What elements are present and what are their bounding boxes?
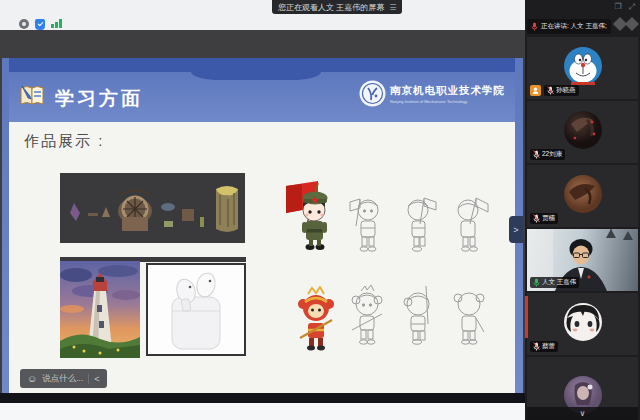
lighthouse-painting-image xyxy=(60,261,140,358)
monkey-sketch-side-image xyxy=(396,284,442,352)
tooltip-text: 您正在观看人文 王嘉伟的屏幕 xyxy=(278,2,384,13)
sidebar-collapse-button[interactable]: > xyxy=(509,216,523,243)
airpods-render-image xyxy=(146,263,246,356)
speaking-mic-icon xyxy=(531,22,538,31)
chat-pill-divider xyxy=(88,374,89,384)
anime-face-avatar xyxy=(563,302,603,346)
soldier-character-color-image xyxy=(284,180,340,258)
presentation-stage: 学习方面 南京机电职业技术学院 Nanjing Institute of Mec… xyxy=(0,30,525,403)
app-topbar xyxy=(0,0,525,31)
soldier-sketch-back-image xyxy=(446,194,492,260)
shared-screen-area: 您正在观看人文 王嘉伟的屏幕 ☰ xyxy=(0,0,525,420)
chat-collapse-icon[interactable]: < xyxy=(94,374,99,384)
shared-screen-letterbox xyxy=(0,393,525,403)
soldier-sketch-side-image xyxy=(396,194,442,260)
mic-muted-icon xyxy=(533,150,540,159)
network-signal-icon[interactable] xyxy=(51,19,62,28)
chat-placeholder[interactable]: 说点什么... xyxy=(42,373,83,385)
slide-title: 学习方面 xyxy=(55,86,143,112)
speaking-banner: 正在讲话: 人文 王嘉伟; xyxy=(527,19,611,34)
more-participants-button[interactable]: ∨ xyxy=(527,407,638,420)
participant-name: 孙晓燕 xyxy=(556,86,576,95)
participant-tile[interactable]: 蔡蕾 xyxy=(527,293,638,355)
works-display-label: 作品展示 : xyxy=(24,132,104,151)
college-name: 南京机电职业技术学院 xyxy=(390,84,505,98)
sepia-avatar xyxy=(563,174,603,218)
chevron-down-icon[interactable]: ∨ xyxy=(580,409,586,418)
emoji-icon[interactable]: ☺ xyxy=(27,374,37,384)
host-badge-icon xyxy=(530,85,541,96)
participant-name-chip: 人文 王嘉伟 xyxy=(530,277,579,288)
participant-name: 贾楠 xyxy=(542,214,555,223)
college-logo: 南京机电职业技术学院 Nanjing Institute of Mechatro… xyxy=(359,80,505,107)
participant-name-chip: 22刘康 xyxy=(530,149,565,160)
participant-name-chip: 孙晓燕 xyxy=(544,85,579,96)
slide-header: 学习方面 南京机电职业技术学院 Nanjing Institute of Mec… xyxy=(9,58,515,122)
monkey-sketch-front-image xyxy=(344,284,390,352)
3d-props-image xyxy=(60,173,245,243)
slide-header-accent xyxy=(9,58,515,72)
participant-tile[interactable]: 贾楠 xyxy=(527,165,638,227)
monkey-character-color-image xyxy=(290,286,342,356)
participant-name: 22刘康 xyxy=(542,150,562,159)
slide-left-border xyxy=(2,58,9,393)
participant-tile[interactable]: 22刘康 xyxy=(527,101,638,163)
chat-quick-input[interactable]: ☺ 说点什么... < xyxy=(20,369,107,388)
participant-tile[interactable]: 孙晓燕 xyxy=(527,37,638,99)
college-name-en: Nanjing Institute of Mechatronic Technol… xyxy=(390,99,505,104)
participant-name: 人文 王嘉伟 xyxy=(542,278,576,287)
mic-muted-icon xyxy=(533,214,540,223)
meeting-window: 您正在观看人文 王嘉伟的屏幕 ☰ xyxy=(0,0,640,420)
sidebar-window-controls: ❐ ⤢ xyxy=(614,2,635,12)
record-indicator-icon[interactable] xyxy=(19,19,29,29)
mic-muted-icon xyxy=(533,342,540,351)
banner-decoration xyxy=(615,19,637,29)
fullscreen-icon[interactable]: ⤢ xyxy=(629,2,635,12)
doraemon-avatar xyxy=(563,46,603,90)
participant-name-chip: 蔡蕾 xyxy=(530,341,558,352)
mic-active-icon xyxy=(533,278,540,287)
mic-muted-icon xyxy=(547,86,554,95)
participant-name: 蔡蕾 xyxy=(542,342,555,351)
monkey-sketch-back-image xyxy=(446,284,492,352)
anime-dark-avatar xyxy=(563,110,603,154)
tooltip-menu-icon[interactable]: ☰ xyxy=(389,3,396,12)
ppt-slide: 学习方面 南京机电职业技术学院 Nanjing Institute of Mec… xyxy=(2,58,523,393)
soldier-sketch-front-image xyxy=(344,194,390,260)
layout-icon[interactable]: ❐ xyxy=(614,2,621,12)
security-shield-icon[interactable] xyxy=(35,19,45,30)
participants-sidebar: ❐ ⤢ 正在讲话: 人文 王嘉伟; xyxy=(525,0,640,420)
open-book-icon xyxy=(19,84,47,112)
participant-name-chip: 贾楠 xyxy=(530,213,558,224)
college-emblem-icon xyxy=(359,80,386,107)
sidebar-scroll-indicator[interactable] xyxy=(525,296,528,338)
watching-screen-tooltip: 您正在观看人文 王嘉伟的屏幕 ☰ xyxy=(272,0,402,14)
participant-tiles: 孙晓燕 xyxy=(527,37,638,419)
participant-tile-active-speaker[interactable]: 人文 王嘉伟 xyxy=(527,229,638,291)
speaking-banner-text: 正在讲话: 人文 王嘉伟; xyxy=(541,22,607,31)
